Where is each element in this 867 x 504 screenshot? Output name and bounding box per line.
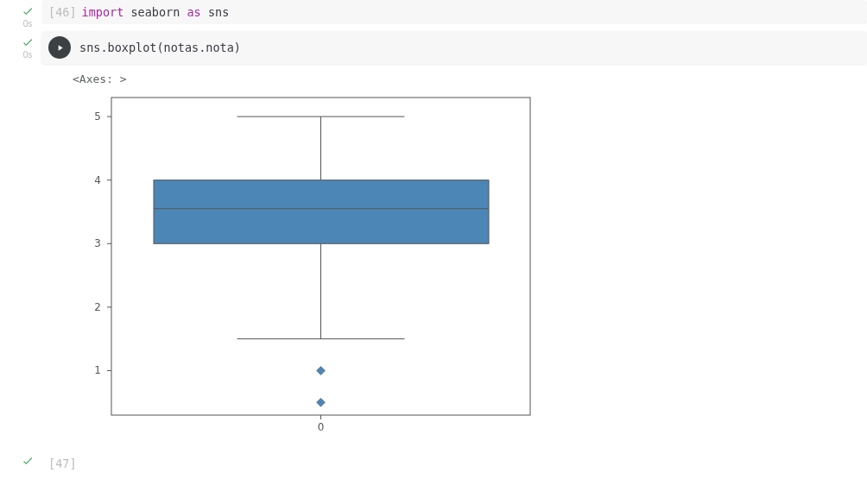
ytick-5: 5: [94, 110, 101, 123]
y-axis: 1 2 3 4 5: [94, 110, 111, 376]
ytick-3: 3: [94, 237, 101, 249]
exec-time: 0s: [23, 19, 33, 28]
output-repr: <Axes: >: [73, 72, 867, 85]
outliers: [317, 366, 326, 406]
cell-gutter: 0s: [17, 36, 38, 60]
cell-gutter: 0s: [17, 5, 38, 28]
ytick-1: 1: [94, 364, 101, 376]
code-input[interactable]: sns.boxplot(notas.nota): [41, 31, 867, 64]
boxplot-chart: 1 2 3 4 5 0: [73, 91, 535, 436]
module-name: seaborn: [130, 5, 180, 19]
check-icon: [22, 5, 34, 20]
code-cell-active: 0s sns.boxplot(notas.nota) <Axes: > 1 2 …: [41, 31, 867, 444]
x-axis: 0: [318, 415, 325, 433]
cell-gutter: [17, 455, 38, 469]
exec-count: [47]: [41, 451, 867, 476]
ytick-4: 4: [94, 174, 101, 186]
check-icon: [22, 36, 34, 51]
alias-name: sns: [208, 5, 229, 19]
svg-rect-7: [154, 180, 489, 244]
output-area: <Axes: > 1 2 3 4 5 0: [41, 64, 867, 444]
xtick-0: 0: [318, 421, 325, 433]
code-text: sns.boxplot(notas.nota): [79, 41, 241, 54]
code-cell: 0s [46] import seaborn as sns: [41, 0, 867, 24]
code-input[interactable]: [46] import seaborn as sns: [41, 0, 867, 24]
exec-count: [46]: [48, 5, 77, 19]
code-cell-next: [47]: [41, 451, 867, 476]
check-icon: [22, 455, 34, 469]
run-button[interactable]: [48, 36, 71, 59]
kw-import: import: [82, 5, 124, 19]
ytick-2: 2: [94, 301, 101, 313]
kw-as: as: [187, 5, 200, 19]
box: [154, 180, 489, 244]
exec-time: 0s: [23, 50, 33, 60]
